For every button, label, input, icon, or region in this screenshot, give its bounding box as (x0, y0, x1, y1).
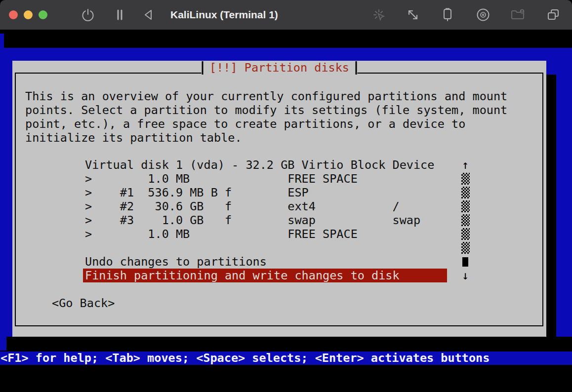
screen-edge-sliver-bottom (0, 337, 6, 351)
scrollbar-up-arrow: ↑ (460, 158, 470, 172)
shared-folder-button[interactable] (510, 7, 526, 23)
scrollbar-down-arrow: ↓ (460, 269, 470, 282)
play-back-icon (141, 7, 157, 23)
vm-screen: [!!] Partition disks This is an overview… (0, 30, 572, 392)
vm-window: KaliLinux (Terminal 1) (0, 0, 572, 392)
title-tick-right (356, 61, 357, 75)
list-item-partition-2[interactable]: > #2 30.6 GB f ext4 / (85, 199, 400, 213)
capture-cursor-icon (371, 7, 387, 23)
intro-line: initialize its partition table. (25, 131, 507, 145)
capture-cursor-button[interactable] (371, 7, 387, 23)
power-icon (80, 7, 96, 23)
minimize-button[interactable] (24, 10, 33, 19)
dialog-shadow (546, 75, 556, 337)
go-back-button[interactable]: <Go Back> (52, 296, 115, 310)
scrollbar-thumb[interactable] (462, 257, 468, 267)
intro-line: point, etc.), a free space to create par… (25, 117, 507, 131)
scrollbar-track (461, 228, 470, 240)
scrollbar-track (461, 200, 470, 212)
intro-text: This is an overview of your currently co… (25, 89, 507, 145)
dialog-title-bar: [!!] Partition disks (201, 61, 358, 75)
disc-button[interactable] (475, 7, 491, 23)
play-back-button[interactable] (141, 7, 157, 23)
scrollbar-track (461, 214, 470, 226)
list-item-free-space-1[interactable]: > 1.0 MB FREE SPACE (85, 172, 358, 186)
fullscreen-button[interactable] (405, 7, 421, 23)
list-item-free-space-2[interactable]: > 1.0 MB FREE SPACE (85, 227, 358, 241)
list-item-partition-1[interactable]: > #1 536.9 MB B f ESP (85, 186, 309, 199)
screen-edge-sliver-top (0, 34, 4, 48)
scrollbar-track (461, 187, 470, 198)
displays-icon (545, 7, 561, 23)
zoom-button[interactable] (39, 10, 47, 19)
help-band: <F1> for help; <Tab> moves; <Space> sele… (0, 352, 572, 365)
fullscreen-icon (405, 7, 421, 23)
power-button[interactable] (80, 7, 96, 23)
window-titlebar: KaliLinux (Terminal 1) (0, 0, 572, 30)
list-item-finish-partitioning-selected[interactable]: Finish partitioning and write changes to… (83, 269, 447, 282)
partition-disks-dialog: [!!] Partition disks This is an overview… (12, 61, 546, 337)
usb-button[interactable] (440, 7, 455, 23)
displays-button[interactable] (545, 7, 561, 23)
close-button[interactable] (9, 10, 18, 19)
dialog-title: [!!] Partition disks (209, 61, 349, 75)
title-tick-left (202, 61, 203, 75)
scrollbar-track (461, 242, 470, 254)
list-item-undo-changes[interactable]: Undo changes to partitions (85, 255, 267, 269)
pause-button[interactable] (112, 7, 127, 23)
selected-item-label: Finish partitioning and write changes to… (85, 269, 400, 282)
list-item-disk-header[interactable]: Virtual disk 1 (vda) - 32.2 GB Virtio Bl… (85, 158, 434, 172)
shared-folder-icon (510, 7, 526, 23)
help-line: <F1> for help; <Tab> moves; <Space> sele… (0, 352, 490, 365)
scrollbar-track (461, 173, 470, 185)
list-item-partition-3[interactable]: > #3 1.0 GB f swap swap (85, 213, 420, 227)
usb-icon (440, 7, 455, 23)
disc-icon (475, 7, 491, 23)
intro-line: points. Select a partition to modify its… (25, 103, 507, 117)
window-title: KaliLinux (Terminal 1) (170, 0, 278, 30)
intro-line: This is an overview of your currently co… (25, 89, 507, 103)
pause-icon (112, 7, 127, 23)
